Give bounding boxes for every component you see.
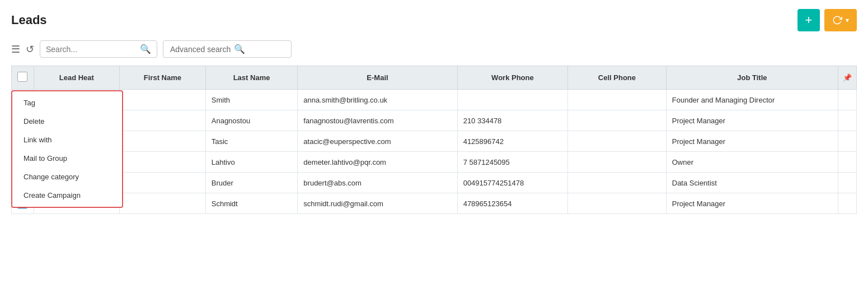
dropdown-menu-item[interactable]: Change category: [12, 168, 122, 186]
row-cell-phone: [568, 131, 667, 152]
row-cell-phone: [568, 193, 667, 214]
col-first-name[interactable]: First Name: [120, 66, 206, 90]
row-pin-cell: [838, 193, 857, 214]
row-cell-phone: [568, 110, 667, 131]
dropdown-menu-item[interactable]: Delete: [12, 112, 122, 131]
row-cell-phone: [568, 152, 667, 173]
header-actions: + ▾: [797, 9, 857, 31]
dropdown-menu-item[interactable]: Mail to Group: [12, 149, 122, 168]
toolbar: ☰ ↺ 🔍 Advanced search 🔍: [11, 40, 857, 58]
table-container: Lead Heat First Name Last Name E-Mail Wo…: [11, 66, 857, 214]
col-pin: 📌: [838, 66, 857, 90]
search-icon: 🔍: [140, 44, 151, 54]
table-header-row: Lead Heat First Name Last Name E-Mail Wo…: [12, 66, 857, 90]
row-job-title: Project Manager: [666, 131, 838, 152]
row-job-title: Owner: [666, 152, 838, 173]
row-cell-phone: [568, 173, 667, 193]
col-job-title[interactable]: Job Title: [666, 66, 838, 90]
row-work-phone: 210 334478: [457, 110, 568, 131]
col-checkbox: [12, 66, 34, 90]
search-box: 🔍: [40, 40, 157, 58]
table-row: Smithanna.smith@britling.co.ukFounder an…: [12, 90, 857, 110]
row-work-phone: 004915774251478: [457, 173, 568, 193]
row-job-title: Project Manager: [666, 110, 838, 131]
context-dropdown-menu: TagDeleteLink withMail to GroupChange ca…: [11, 90, 123, 208]
row-first-name: [120, 152, 206, 173]
col-last-name[interactable]: Last Name: [205, 66, 298, 90]
table-row: Schmidtschmidt.rudi@gmail.com47896512365…: [12, 193, 857, 214]
row-work-phone: 4125896742: [457, 131, 568, 152]
row-last-name: Tasic: [205, 131, 298, 152]
col-email[interactable]: E-Mail: [298, 66, 457, 90]
page-title: Leads: [11, 13, 47, 27]
advanced-search-label: Advanced search: [170, 45, 231, 54]
row-email: anna.smith@britling.co.uk: [298, 90, 457, 110]
row-pin-cell: [838, 173, 857, 193]
col-work-phone[interactable]: Work Phone: [457, 66, 568, 90]
row-first-name: [120, 193, 206, 214]
row-last-name: Lahtivo: [205, 152, 298, 173]
row-first-name: [120, 131, 206, 152]
page-header: Leads + ▾: [11, 9, 857, 31]
table-row: Bruderbrudert@abs.com004915774251478Data…: [12, 173, 857, 193]
row-pin-cell: [838, 131, 857, 152]
row-cell-phone: [568, 90, 667, 110]
row-work-phone: 7 5871245095: [457, 152, 568, 173]
row-work-phone: [457, 90, 568, 110]
table-row: Lahtivodemeter.lahtivo@pqr.com7 58712450…: [12, 152, 857, 173]
table-row: Tasicatacic@euperspective.com4125896742P…: [12, 131, 857, 152]
row-first-name: [120, 173, 206, 193]
col-cell-phone[interactable]: Cell Phone: [568, 66, 667, 90]
advanced-search-box[interactable]: Advanced search 🔍: [163, 40, 292, 58]
action-dropdown-icon: ▾: [846, 16, 849, 24]
search-input[interactable]: [46, 45, 137, 54]
dropdown-menu-item[interactable]: Create Campaign: [12, 186, 122, 205]
page-container: Leads + ▾ ☰ ↺ 🔍 Advanced search 🔍: [0, 0, 868, 223]
dropdown-menu-item[interactable]: Tag: [12, 94, 122, 112]
row-last-name: Anagnostou: [205, 110, 298, 131]
row-email: demeter.lahtivo@pqr.com: [298, 152, 457, 173]
row-email: atacic@euperspective.com: [298, 131, 457, 152]
row-email: schmidt.rudi@gmail.com: [298, 193, 457, 214]
row-work-phone: 478965123654: [457, 193, 568, 214]
refresh-icon[interactable]: ↺: [26, 43, 34, 55]
col-lead-heat[interactable]: Lead Heat: [34, 66, 120, 90]
action-button[interactable]: ▾: [824, 9, 857, 31]
add-button[interactable]: +: [797, 9, 820, 31]
refresh-icon: [832, 15, 842, 25]
row-pin-cell: [838, 110, 857, 131]
row-email: brudert@abs.com: [298, 173, 457, 193]
row-job-title: Project Manager: [666, 193, 838, 214]
advanced-search-icon: 🔍: [234, 44, 245, 54]
row-email: fanagnostou@lavrentis.com: [298, 110, 457, 131]
table-row: Anagnostoufanagnostou@lavrentis.com210 3…: [12, 110, 857, 131]
dropdown-menu-item[interactable]: Link with: [12, 131, 122, 149]
row-first-name: [120, 90, 206, 110]
leads-table: Lead Heat First Name Last Name E-Mail Wo…: [11, 66, 857, 214]
row-job-title: Data Scientist: [666, 173, 838, 193]
row-pin-cell: [838, 90, 857, 110]
select-all-checkbox[interactable]: [17, 72, 27, 82]
row-job-title: Founder and Managing Director: [666, 90, 838, 110]
row-pin-cell: [838, 152, 857, 173]
menu-icon[interactable]: ☰: [11, 43, 20, 55]
row-last-name: Bruder: [205, 173, 298, 193]
row-first-name: [120, 110, 206, 131]
row-last-name: Smith: [205, 90, 298, 110]
row-last-name: Schmidt: [205, 193, 298, 214]
